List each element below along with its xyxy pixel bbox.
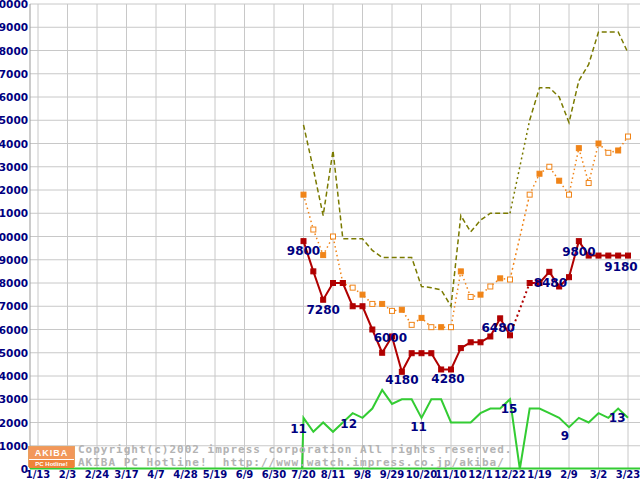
- y-tick-label: 11000: [0, 207, 28, 219]
- series-gap-bridge: [510, 195, 530, 280]
- price-label: 9180: [604, 260, 637, 274]
- data-point-marker: [449, 325, 454, 330]
- x-tick-label: 5/19: [203, 469, 228, 480]
- series-highest-price: [304, 32, 629, 306]
- data-point-marker: [429, 351, 434, 356]
- price-label: 9800: [562, 245, 595, 259]
- price-label: 4280: [431, 372, 464, 386]
- y-tick-label: 6000: [0, 324, 28, 336]
- data-point-marker: [340, 281, 345, 286]
- data-point-marker: [547, 164, 552, 169]
- data-point-marker: [331, 281, 336, 286]
- y-tick-label: 7000: [0, 300, 28, 312]
- data-point-marker: [439, 325, 444, 330]
- data-point-marker: [409, 322, 414, 327]
- data-point-marker: [616, 148, 621, 153]
- price-label: 8480: [534, 276, 567, 290]
- x-tick-label: 11/10: [435, 469, 467, 480]
- data-point-marker: [478, 292, 483, 297]
- price-chart-page: 0100020003000400050006000700080009000100…: [0, 0, 640, 480]
- price-label: 6480: [481, 321, 514, 335]
- x-axis-labels: 1/132/32/243/174/74/285/196/96/307/208/1…: [26, 469, 640, 480]
- shop-count-label: 9: [561, 429, 569, 443]
- series-line: [304, 125, 511, 306]
- data-point-marker: [606, 150, 611, 155]
- copyright-line2: AKIBA PC Hotline! http://www.watch.impre…: [78, 456, 505, 469]
- y-tick-label: 9000: [0, 254, 28, 266]
- x-tick-label: 10/20: [406, 469, 438, 480]
- x-tick-label: 12/1: [468, 469, 493, 480]
- data-point-marker: [527, 192, 532, 197]
- shop-count-label: 11: [410, 420, 427, 434]
- data-point-marker: [380, 301, 385, 306]
- y-tick-label: 13000: [0, 161, 28, 173]
- akiba-pc-hotline-logo: AKIBA PC Hotline!: [28, 446, 75, 467]
- data-point-marker: [537, 171, 542, 176]
- price-history-chart: 0100020003000400050006000700080009000100…: [0, 0, 640, 480]
- x-tick-label: 3/17: [114, 469, 139, 480]
- data-point-marker: [419, 351, 424, 356]
- data-point-marker: [468, 294, 473, 299]
- data-point-marker: [331, 234, 336, 239]
- data-point-marker: [527, 281, 532, 286]
- data-point-marker: [321, 297, 326, 302]
- data-point-marker: [557, 178, 562, 183]
- data-point-marker: [626, 134, 631, 139]
- y-tick-label: 10000: [0, 231, 28, 243]
- data-point-marker: [596, 141, 601, 146]
- price-label: 9800: [287, 244, 320, 258]
- data-point-marker: [478, 340, 483, 345]
- data-point-marker: [360, 304, 365, 309]
- data-point-marker: [576, 146, 581, 151]
- x-tick-label: 3/23: [616, 469, 640, 480]
- y-tick-label: 16000: [0, 91, 28, 103]
- x-tick-label: 1/19: [527, 469, 552, 480]
- x-tick-label: 1/13: [26, 469, 51, 480]
- x-tick-label: 7/20: [291, 469, 316, 480]
- shop-count-label: 11: [290, 422, 307, 436]
- data-point-marker: [449, 367, 454, 372]
- logo-pc-hotline-text: PC Hotline!: [29, 460, 74, 468]
- y-axis-labels: 0100020003000400050006000700080009000100…: [0, 0, 28, 475]
- data-point-marker: [419, 315, 424, 320]
- y-tick-label: 14000: [0, 138, 28, 150]
- x-tick-label: 6/9: [236, 469, 254, 480]
- data-point-marker: [399, 307, 404, 312]
- y-tick-label: 8000: [0, 277, 28, 289]
- x-tick-label: 4/7: [147, 469, 165, 480]
- shop-count-label: 15: [501, 402, 518, 416]
- data-point-marker: [498, 316, 503, 321]
- data-point-marker: [380, 350, 385, 355]
- price-label: 7280: [306, 303, 339, 317]
- copyright-line1: Copyright(c)2002 impress corporation All…: [78, 443, 513, 456]
- x-tick-label: 2/3: [59, 469, 77, 480]
- data-point-marker: [301, 239, 306, 244]
- data-point-marker: [350, 304, 355, 309]
- data-point-marker: [547, 269, 552, 274]
- x-tick-label: 9/29: [380, 469, 405, 480]
- y-tick-label: 1000: [0, 440, 28, 452]
- x-tick-label: 3/2: [590, 469, 608, 480]
- y-tick-label: 19000: [0, 21, 28, 33]
- data-point-marker: [439, 367, 444, 372]
- data-point-marker: [576, 239, 581, 244]
- y-tick-label: 2000: [0, 417, 28, 429]
- data-point-marker: [586, 181, 591, 186]
- y-tick-label: 17000: [0, 68, 28, 80]
- y-tick-label: 3000: [0, 393, 28, 405]
- data-point-marker: [409, 351, 414, 356]
- data-point-marker: [370, 301, 375, 306]
- logo-akiba-text: AKIBA: [29, 447, 74, 460]
- x-tick-label: 6/30: [262, 469, 287, 480]
- x-tick-label: 12/22: [494, 469, 526, 480]
- data-point-marker: [429, 325, 434, 330]
- y-tick-label: 20000: [0, 0, 28, 10]
- data-point-marker: [350, 285, 355, 290]
- y-tick-label: 4000: [0, 370, 28, 382]
- x-tick-label: 2/9: [560, 469, 578, 480]
- x-tick-label: 9/8: [354, 469, 372, 480]
- data-point-marker: [606, 253, 611, 258]
- data-point-marker: [311, 269, 316, 274]
- x-tick-label: 4/28: [173, 469, 198, 480]
- shop-count-label: 13: [609, 411, 626, 425]
